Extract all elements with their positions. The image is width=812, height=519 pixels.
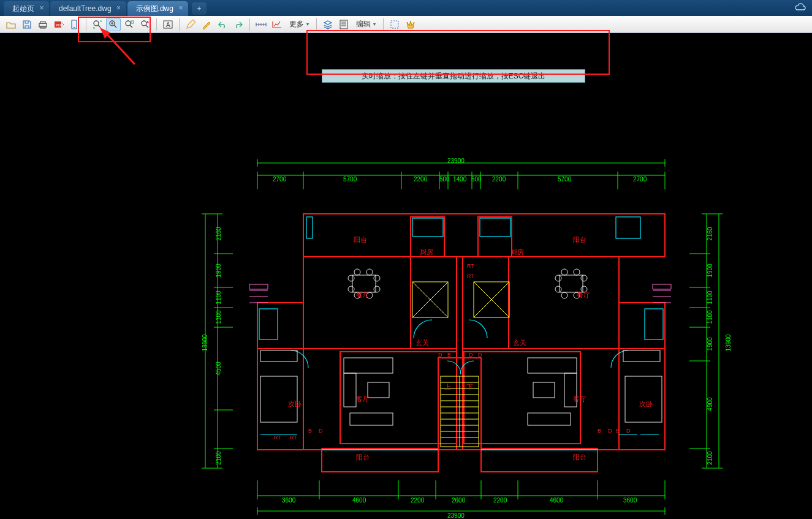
dim: 1100	[707, 290, 713, 304]
svg-rect-107	[350, 413, 393, 425]
save-icon[interactable]	[20, 18, 34, 31]
svg-rect-104	[344, 358, 393, 373]
svg-point-6	[74, 27, 75, 28]
room-label: 客厅	[356, 395, 370, 404]
measure-area-icon[interactable]	[270, 18, 284, 31]
svg-rect-78	[412, 218, 443, 237]
layers-icon[interactable]	[321, 18, 335, 31]
tab-label: 起始页	[12, 4, 34, 14]
zoom-previous-icon[interactable]	[138, 18, 153, 31]
undo-icon[interactable]	[215, 18, 230, 31]
room-label: 玄关	[415, 338, 429, 347]
dim: 1900	[215, 263, 222, 277]
svg-rect-67	[463, 257, 509, 349]
dim-bottom-total: 23900	[447, 512, 465, 519]
svg-point-7	[94, 21, 99, 26]
vip-icon[interactable]	[403, 18, 418, 31]
svg-rect-10	[131, 21, 134, 23]
dim: 1100	[215, 310, 222, 324]
edit-menu-button[interactable]: 编辑 ▾	[352, 18, 379, 31]
pencil-icon[interactable]	[183, 18, 198, 31]
add-tab-button[interactable]: +	[192, 2, 207, 15]
tab-label: defaultTree.dwg	[59, 4, 112, 13]
dim: 500	[471, 176, 482, 183]
dim: 5700	[558, 176, 571, 183]
zoom-extents-icon[interactable]	[90, 18, 105, 31]
dim: 500	[439, 176, 450, 183]
room-label: 阳台	[573, 453, 586, 462]
dim-right-total: 13900	[725, 335, 732, 352]
close-icon[interactable]: ×	[115, 4, 123, 12]
close-icon[interactable]: ×	[38, 4, 45, 12]
dim: 2160	[215, 227, 222, 240]
properties-icon[interactable]	[336, 18, 351, 31]
bd-label: D	[478, 352, 482, 358]
tab-example-drawing[interactable]: 示例图.dwg ×	[127, 1, 188, 16]
dim-left-total: 13900	[202, 335, 208, 352]
edit-label: 编辑	[356, 19, 371, 29]
svg-point-90	[366, 269, 373, 275]
room-label: 玄关	[513, 338, 526, 347]
dim: 2700	[273, 176, 286, 183]
highlighter-icon[interactable]	[199, 18, 214, 31]
open-icon[interactable]	[4, 18, 18, 31]
svg-rect-15	[391, 21, 398, 28]
separator	[383, 18, 384, 31]
svg-point-89	[354, 269, 360, 275]
room-label: 客厅	[573, 395, 586, 404]
room-label: 餐厅	[577, 290, 590, 300]
svg-point-88	[374, 286, 380, 292]
dim: 3600	[623, 497, 637, 504]
svg-rect-1	[40, 21, 45, 23]
print-icon[interactable]	[36, 18, 50, 31]
bd-label: D	[469, 352, 473, 358]
dim: 1900	[707, 263, 713, 277]
text-box-icon[interactable]: A	[161, 18, 175, 31]
redo-icon[interactable]	[231, 18, 246, 31]
tab-label: 示例图.dwg	[136, 4, 173, 14]
svg-rect-110	[533, 382, 555, 398]
svg-rect-14	[340, 20, 347, 29]
chevron-down-icon: ▾	[306, 21, 309, 27]
zoom-realtime-icon[interactable]	[106, 18, 121, 31]
svg-point-98	[561, 269, 567, 275]
tooltip-text: 实时缩放：按住左键并垂直拖动进行缩放，按ESC键退出	[362, 71, 546, 81]
cloud-icon[interactable]	[794, 2, 806, 13]
room-label: 厨房	[420, 248, 433, 257]
bd-label: D	[608, 428, 612, 434]
svg-point-94	[555, 275, 561, 281]
svg-rect-79	[480, 218, 510, 237]
dim: 5700	[343, 176, 357, 183]
tab-default-tree[interactable]: defaultTree.dwg ×	[50, 1, 126, 16]
measure-linear-icon[interactable]	[254, 18, 268, 31]
tab-start-page[interactable]: 起始页 ×	[4, 1, 49, 16]
dim: 4600	[352, 497, 366, 504]
svg-rect-80	[259, 309, 278, 339]
svg-rect-82	[616, 217, 640, 238]
zoom-window-icon[interactable]	[122, 18, 137, 31]
svg-point-11	[142, 21, 146, 26]
room-label: 阳台	[354, 235, 367, 244]
close-icon[interactable]: ×	[177, 4, 184, 12]
mobile-export-icon[interactable]	[67, 18, 82, 31]
svg-rect-64	[303, 257, 411, 349]
svg-rect-111	[528, 413, 571, 425]
dim: 1400	[453, 176, 466, 183]
room-label: 阳台	[356, 453, 370, 462]
more-label: 更多	[289, 19, 304, 29]
svg-point-96	[581, 275, 587, 281]
room-label: 次卧	[288, 400, 302, 409]
dim: 2160	[707, 227, 713, 240]
selection-icon[interactable]	[387, 18, 402, 31]
cad-canvas[interactable]: 实时缩放：按住左键并垂直拖动进行缩放，按ESC键退出 23900	[0, 33, 812, 519]
pdf-export-icon[interactable]: PDF	[51, 18, 66, 31]
dim: 2100	[707, 451, 713, 464]
room-label: 次卧	[639, 400, 653, 409]
more-menu-button[interactable]: 更多 ▾	[286, 18, 313, 31]
bd-label: B	[616, 428, 620, 434]
bd-label: D	[438, 352, 442, 358]
separator	[249, 18, 250, 31]
bd-label: B	[447, 352, 451, 358]
dim: 3600	[282, 497, 295, 504]
room-label: 下	[466, 382, 473, 392]
